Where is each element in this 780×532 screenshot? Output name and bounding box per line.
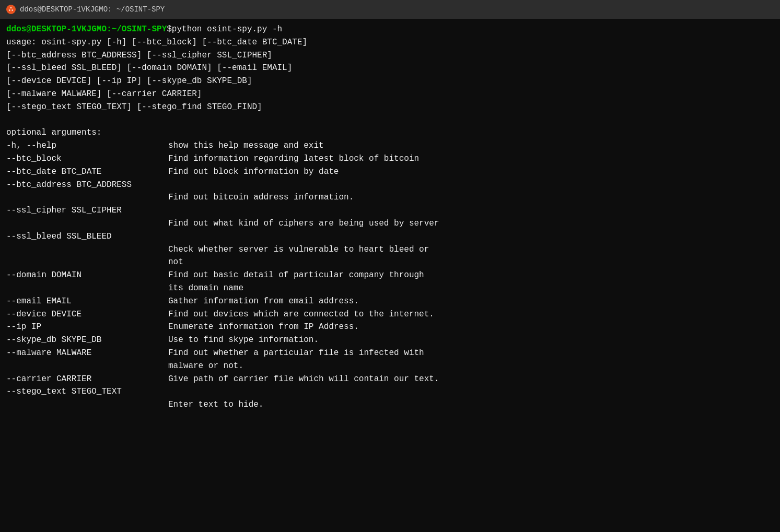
arg-domain: --domain DOMAIN Find out basic detail of… <box>6 269 774 282</box>
terminal-output: ddos@DESKTOP-1VKJGMO:~/OSINT-SPY$ python… <box>0 19 780 532</box>
arg-email: --email EMAIL Gather information from em… <box>6 295 774 308</box>
prompt-line: ddos@DESKTOP-1VKJGMO:~/OSINT-SPY$ python… <box>6 23 774 36</box>
arg-carrier: --carrier CARRIER Give path of carrier f… <box>6 373 774 386</box>
usage-line-1: usage: osint-spy.py [-h] [--btc_block] [… <box>6 36 774 49</box>
svg-point-1 <box>10 7 11 8</box>
usage-line-3: [--ssl_bleed SSL_BLEED] [--domain DOMAIN… <box>6 62 774 75</box>
arg-skype-db-name: --skype_db SKYPE_DB <box>6 334 168 347</box>
arg-skype-db-desc: Use to find skype information. <box>168 334 319 347</box>
usage-line-6: [--stego_text STEGO_TEXT] [--stego_find … <box>6 101 774 114</box>
arg-help-name: -h, --help <box>6 139 168 152</box>
arg-ssl-cipher-continued: Find out what kind of ciphers are being … <box>6 217 774 230</box>
arg-btc-address: --btc_address BTC_ADDRESS <box>6 179 774 192</box>
arg-ip-name: --ip IP <box>6 321 168 334</box>
arg-help-desc: show this help message and exit <box>168 139 324 152</box>
arg-malware-continued: malware or not. <box>6 360 774 373</box>
title-bar: ddos@DESKTOP-1VKJGMO: ~/OSINT-SPY <box>0 0 780 19</box>
arg-btc-date-desc: Find out block information by date <box>168 165 339 179</box>
arg-domain-desc: Find out basic detail of particular comp… <box>168 269 424 282</box>
ubuntu-icon <box>6 5 16 14</box>
svg-point-3 <box>11 9 13 10</box>
prompt-command: python osint-spy.py -h <box>172 23 282 36</box>
arg-carrier-name: --carrier CARRIER <box>6 373 168 386</box>
arg-ssl-bleed-continued-2: not <box>6 256 774 269</box>
arg-carrier-desc: Give path of carrier file which will con… <box>168 373 439 386</box>
prompt-dollar: $ <box>167 23 172 36</box>
usage-line-5: [--malware MALWARE] [--carrier CARRIER] <box>6 88 774 101</box>
arg-btc-date: --btc_date BTC_DATE Find out block infor… <box>6 165 774 179</box>
window-title: ddos@DESKTOP-1VKJGMO: ~/OSINT-SPY <box>20 5 165 14</box>
arg-ssl-bleed: --ssl_bleed SSL_BLEED <box>6 230 774 243</box>
arg-ip: --ip IP Enumerate information from IP Ad… <box>6 321 774 334</box>
arg-domain-name: --domain DOMAIN <box>6 269 168 282</box>
blank-line-1 <box>6 114 774 127</box>
prompt-user: ddos@DESKTOP-1VKJGMO <box>6 23 107 36</box>
optional-arguments-header: optional arguments: <box>6 126 774 139</box>
arg-ssl-cipher-name: --ssl_cipher SSL_CIPHER <box>6 204 168 217</box>
arg-btc-block-name: --btc_block <box>6 152 168 165</box>
arg-email-desc: Gather information from email address. <box>168 295 359 308</box>
usage-line-2: [--btc_address BTC_ADDRESS] [--ssl_ciphe… <box>6 49 774 62</box>
arg-ssl-bleed-continued-1: Check whether server is vulnerable to he… <box>6 243 774 256</box>
arg-ssl-bleed-name: --ssl_bleed SSL_BLEED <box>6 230 168 243</box>
arg-btc-block: --btc_block Find information regarding l… <box>6 152 774 165</box>
arg-ip-desc: Enumerate information from IP Address. <box>168 321 359 334</box>
arg-stego-text-name: --stego_text STEGO_TEXT <box>6 385 168 398</box>
arg-stego-text: --stego_text STEGO_TEXT <box>6 385 774 398</box>
arg-email-name: --email EMAIL <box>6 295 168 308</box>
arg-skype-db: --skype_db SKYPE_DB Use to find skype in… <box>6 334 774 347</box>
arg-help: -h, --help show this help message and ex… <box>6 139 774 152</box>
arg-btc-address-name: --btc_address BTC_ADDRESS <box>6 179 168 192</box>
arg-btc-block-desc: Find information regarding latest block … <box>168 152 419 165</box>
arg-device-name: --device DEVICE <box>6 308 168 321</box>
arg-malware: --malware MALWARE Find out whether a par… <box>6 347 774 360</box>
prompt-path: :~/OSINT-SPY <box>107 23 167 36</box>
arg-device: --device DEVICE Find out devices which a… <box>6 308 774 321</box>
arg-device-desc: Find out devices which are connected to … <box>168 308 434 321</box>
arg-btc-address-continued: Find out bitcoin address information. <box>6 191 774 204</box>
arg-malware-name: --malware MALWARE <box>6 347 168 360</box>
arg-stego-text-continued: Enter text to hide. <box>6 398 774 411</box>
svg-point-2 <box>9 9 10 10</box>
arg-malware-desc: Find out whether a particular file is in… <box>168 347 424 360</box>
arg-domain-continued: its domain name <box>6 282 774 295</box>
arg-ssl-cipher: --ssl_cipher SSL_CIPHER <box>6 204 774 217</box>
usage-line-4: [--device DEVICE] [--ip IP] [--skype_db … <box>6 75 774 88</box>
arg-btc-date-name: --btc_date BTC_DATE <box>6 165 168 179</box>
